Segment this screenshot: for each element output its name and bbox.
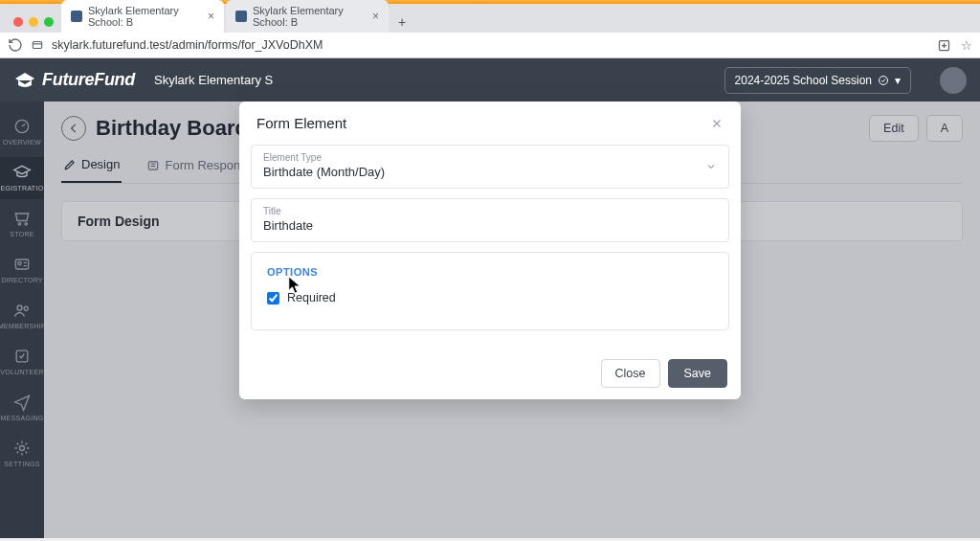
chevron-down-icon bbox=[705, 161, 717, 172]
modal-body: Element Type Birthdate (Month/Day) Title… bbox=[239, 145, 741, 348]
modal-header: Form Element bbox=[239, 101, 741, 145]
window-maximize-dot[interactable] bbox=[44, 17, 54, 27]
title-field[interactable]: Title Birthdate bbox=[251, 198, 729, 242]
tab-strip: Skylark Elementary School: B × Skylark E… bbox=[0, 4, 980, 33]
save-button[interactable]: Save bbox=[668, 359, 728, 388]
tab-title: Skylark Elementary School: B bbox=[88, 5, 198, 28]
options-heading: OPTIONS bbox=[267, 266, 713, 278]
check-circle-icon bbox=[878, 75, 889, 86]
tab-title: Skylark Elementary School: B bbox=[253, 5, 363, 28]
form-element-modal: Form Element Element Type Birthdate (Mon… bbox=[239, 101, 741, 399]
required-label: Required bbox=[287, 291, 336, 304]
caret-down-icon: ▾ bbox=[895, 74, 901, 87]
required-checkbox-row[interactable]: Required bbox=[267, 291, 713, 304]
url-text[interactable]: skylark.futurefund.test/admin/forms/for_… bbox=[52, 38, 929, 52]
field-label: Element Type bbox=[263, 152, 717, 163]
tab-close-icon[interactable]: × bbox=[208, 10, 214, 23]
window-controls bbox=[6, 17, 61, 33]
app-header: FutureFund Skylark Elementary S 2024-202… bbox=[0, 58, 980, 101]
modal-footer: Close Save bbox=[239, 348, 741, 399]
session-label: 2024-2025 School Session bbox=[735, 74, 872, 87]
site-info-icon[interactable] bbox=[31, 38, 44, 52]
reload-icon[interactable] bbox=[8, 37, 23, 53]
favicon-icon bbox=[71, 11, 82, 22]
element-type-field[interactable]: Element Type Birthdate (Month/Day) bbox=[251, 145, 729, 189]
browser-actions: ☆ bbox=[937, 38, 972, 53]
field-value: Birthdate (Month/Day) bbox=[263, 165, 717, 179]
field-label: Title bbox=[263, 206, 717, 216]
favicon-icon bbox=[235, 11, 247, 22]
window-close-dot[interactable] bbox=[13, 17, 23, 27]
address-bar-row: skylark.futurefund.test/admin/forms/for_… bbox=[0, 33, 980, 57]
window-minimize-dot[interactable] bbox=[29, 17, 38, 27]
modal-title: Form Element bbox=[256, 115, 346, 131]
required-checkbox[interactable] bbox=[267, 292, 279, 304]
new-tab-button[interactable]: + bbox=[390, 11, 413, 33]
school-name[interactable]: Skylark Elementary S bbox=[154, 73, 273, 87]
browser-chrome: Skylark Elementary School: B × Skylark E… bbox=[0, 4, 980, 58]
star-icon[interactable]: ☆ bbox=[961, 38, 972, 53]
field-value: Birthdate bbox=[263, 218, 717, 233]
tab-close-icon[interactable]: × bbox=[372, 10, 379, 23]
svg-point-3 bbox=[880, 76, 888, 84]
options-section: OPTIONS Required bbox=[251, 252, 729, 330]
brand[interactable]: FutureFund bbox=[13, 69, 135, 92]
modal-close-button[interactable] bbox=[710, 117, 724, 130]
close-button[interactable]: Close bbox=[601, 359, 660, 388]
close-icon bbox=[710, 117, 724, 130]
browser-tab-1[interactable]: Skylark Elementary School: B × bbox=[61, 0, 224, 33]
session-picker[interactable]: 2024-2025 School Session ▾ bbox=[724, 67, 911, 94]
user-avatar[interactable] bbox=[940, 67, 967, 94]
brand-icon bbox=[13, 69, 36, 92]
app-body: OVERVIEW REGISTRATION STORE DIRECTORY ME… bbox=[0, 101, 980, 538]
svg-rect-0 bbox=[33, 42, 41, 49]
brand-text: FutureFund bbox=[42, 70, 135, 90]
install-icon[interactable] bbox=[937, 38, 951, 53]
browser-tab-2[interactable]: Skylark Elementary School: B × bbox=[226, 0, 389, 33]
